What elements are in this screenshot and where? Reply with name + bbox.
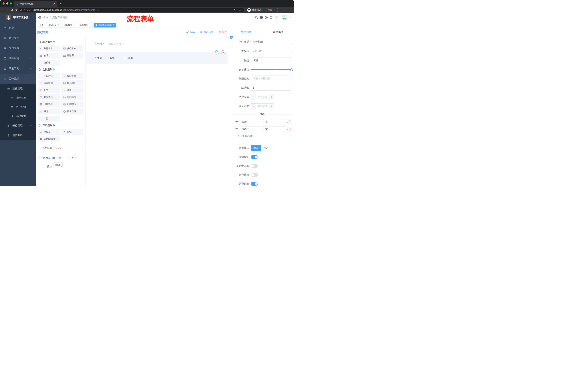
- component-card-级联选择[interactable]: 级联选择: [61, 73, 84, 79]
- component-card-日期范围[interactable]: 日期范围: [61, 101, 84, 107]
- fullscreen-icon[interactable]: [269, 16, 273, 19]
- tag-流程表单[interactable]: 流程表单✕: [78, 23, 93, 28]
- help-icon[interactable]: [265, 16, 268, 19]
- tag-流程定义[interactable]: 流程定义✕: [46, 23, 61, 28]
- gender-option-1[interactable]: 选项一: [105, 56, 117, 60]
- plus-button[interactable]: +: [269, 104, 274, 109]
- zoom-window-button[interactable]: [10, 2, 12, 5]
- tag-close-icon[interactable]: ✕: [90, 24, 91, 26]
- option-value-input[interactable]: 男: [263, 119, 286, 125]
- sidebar-item-首页[interactable]: 首页: [0, 23, 36, 33]
- tag-首页[interactable]: 首页: [38, 23, 45, 28]
- view-json-button[interactable]: 查看json: [200, 31, 213, 34]
- sidebar-item-流程管理[interactable]: 流程管理: [0, 84, 36, 93]
- component-card-时间选择[interactable]: 时间选择: [38, 94, 60, 100]
- style-button-button[interactable]: 按钮: [261, 145, 271, 151]
- plus-button[interactable]: +: [269, 94, 274, 100]
- chevron-down-icon[interactable]: [290, 17, 292, 19]
- sidebar-item-基础设施[interactable]: 基础设施: [0, 53, 36, 64]
- delete-component-button[interactable]: [221, 50, 225, 54]
- option-label-input[interactable]: 选项一: [240, 119, 262, 125]
- resize-grip-icon[interactable]: [61, 166, 62, 167]
- option-value-input[interactable]: 女: [263, 126, 286, 132]
- tag-close-icon[interactable]: ✕: [113, 24, 115, 26]
- sidebar-item-请假查询[interactable]: 请假查询: [0, 130, 36, 140]
- browser-menu-icon[interactable]: ⋮: [274, 9, 276, 11]
- breadcrumb-home[interactable]: 首页: [43, 16, 48, 19]
- minimize-window-button[interactable]: [6, 2, 8, 5]
- component-card-行容器[interactable]: 行容器: [38, 129, 60, 135]
- key-icon[interactable]: [234, 9, 237, 11]
- avatar[interactable]: [281, 14, 288, 21]
- sidebar-item-任务管理[interactable]: 任务管理: [0, 121, 36, 130]
- tab-component-props[interactable]: 组件属性: [230, 28, 262, 36]
- tag-流程模型[interactable]: 流程模型✕: [62, 23, 77, 28]
- add-option-button[interactable]: 添加选项: [238, 135, 292, 138]
- form-canvas[interactable]: 手机号 请输入手机号 性别 选项一: [85, 36, 230, 186]
- sidebar-item-系统管理[interactable]: 系统管理: [0, 33, 36, 43]
- component-card-表格[开发中][interactable]: 表格[开发中]: [38, 136, 60, 142]
- tag-close-icon[interactable]: ✕: [74, 24, 75, 26]
- component-card-密码[interactable]: 密码: [38, 53, 60, 59]
- grid-slider[interactable]: [251, 67, 292, 73]
- slider-handle[interactable]: [290, 68, 293, 71]
- option-label-input[interactable]: 选项二: [240, 126, 262, 132]
- url-bar[interactable]: 不安全 dashboard.yudao.iocoder.cn/bpm/manag…: [18, 8, 244, 12]
- security-label[interactable]: 不安全: [24, 8, 31, 11]
- component-card-评分[interactable]: ☆评分: [38, 108, 60, 115]
- new-tab-button[interactable]: +: [60, 2, 62, 5]
- form-name-input[interactable]: biubiu: [53, 145, 83, 151]
- component-card-上传[interactable]: 上传: [38, 116, 60, 122]
- back-icon[interactable]: [2, 8, 5, 11]
- min-select-stepper[interactable]: − 至少应选 +: [251, 94, 274, 100]
- save-button[interactable]: 保存: [186, 31, 195, 34]
- option-style-segmented[interactable]: 默认 按钮: [251, 145, 271, 151]
- component-card-滑块[interactable]: 滑块: [61, 87, 84, 93]
- drag-sliders-icon[interactable]: [235, 121, 238, 124]
- gender-option-2[interactable]: 选项二: [124, 56, 135, 60]
- sidebar-logo[interactable]: 芋道管理系统: [0, 13, 36, 22]
- component-card-单行文本[interactable]: 单行文本: [38, 45, 60, 52]
- reload-icon[interactable]: [10, 9, 13, 11]
- component-type-select[interactable]: 多选框组: [251, 39, 292, 45]
- tag-close-icon[interactable]: ✕: [58, 24, 60, 26]
- tab-form-props[interactable]: 表单属性: [262, 28, 294, 36]
- toggle-switch[interactable]: [251, 173, 258, 177]
- label-width-input[interactable]: 请输入标签宽度: [251, 75, 292, 81]
- component-card-编辑器[interactable]: 编辑器: [38, 60, 60, 66]
- component-card-下拉选择[interactable]: 下拉选择: [38, 73, 60, 79]
- remove-option-button[interactable]: [287, 128, 291, 131]
- drag-sliders-icon[interactable]: [235, 128, 238, 131]
- component-card-颜色选择[interactable]: 颜色选择: [61, 108, 84, 115]
- component-card-多行文本[interactable]: 多行文本: [61, 45, 84, 52]
- bookmark-star-icon[interactable]: ☆: [238, 8, 242, 12]
- title-input[interactable]: 性别: [251, 57, 292, 63]
- sidebar-item-用户分组[interactable]: 用户分组: [0, 102, 36, 112]
- status-on-label[interactable]: 开启: [56, 156, 62, 159]
- toggle-switch[interactable]: [251, 182, 258, 186]
- sidebar-item-支付管理[interactable]: ¥支付管理: [0, 43, 36, 53]
- tab-close-icon[interactable]: ✕: [53, 2, 55, 5]
- update-button[interactable]: 更新 ⋮: [266, 8, 278, 12]
- component-card-多选框组[interactable]: 多选框组: [61, 80, 84, 86]
- sidebar-item-流程表单[interactable]: 流程表单: [0, 93, 36, 102]
- style-default-button[interactable]: 默认: [251, 145, 261, 151]
- component-card-日期选择[interactable]: 日期选择: [38, 101, 60, 107]
- status-off-label[interactable]: 关闭: [71, 156, 76, 159]
- component-card-时间范围[interactable]: 时间范围: [61, 94, 84, 100]
- home-icon[interactable]: [14, 8, 17, 11]
- sidebar-item-流程模型[interactable]: 流程模型: [0, 112, 36, 121]
- tag-流程表单-编辑[interactable]: 流程表单-编辑✕: [94, 23, 116, 28]
- status-off-radio[interactable]: [67, 157, 70, 159]
- phone-field-input[interactable]: 请输入手机号: [106, 41, 226, 47]
- checkbox-icon[interactable]: [124, 57, 126, 59]
- clear-button[interactable]: 清空: [219, 31, 227, 34]
- sidebar-item-工作流程[interactable]: 工作流程: [0, 74, 36, 84]
- form-remark-textarea[interactable]: 嘿嘿: [53, 162, 63, 168]
- toggle-switch[interactable]: [251, 164, 258, 168]
- component-card-按钮[interactable]: 按钮: [61, 129, 84, 135]
- toggle-switch[interactable]: [251, 155, 258, 159]
- link-icon[interactable]: [230, 36, 233, 39]
- minus-button[interactable]: −: [251, 104, 256, 109]
- forward-icon[interactable]: [6, 8, 9, 11]
